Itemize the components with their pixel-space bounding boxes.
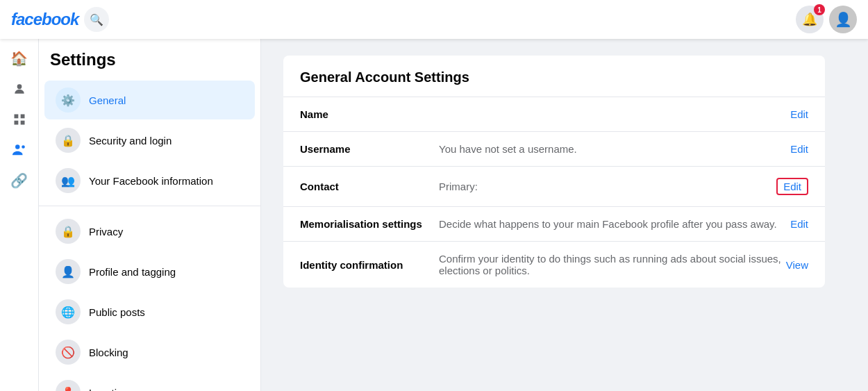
bell-icon: 🔔 — [802, 12, 817, 27]
svg-rect-2 — [20, 115, 24, 119]
memorialisation-label: Memorialisation settings — [300, 218, 439, 230]
svg-rect-1 — [14, 115, 18, 119]
identity-label: Identity confirmation — [300, 259, 439, 271]
svg-rect-4 — [20, 121, 24, 125]
notification-badge: 1 — [814, 4, 825, 15]
divider-1 — [39, 206, 260, 206]
notifications-button[interactable]: 🔔 1 — [796, 6, 824, 33]
nav-item-profile-tagging[interactable]: 👤 Profile and tagging — [44, 252, 255, 291]
nav-label-profile-tagging: Profile and tagging — [89, 266, 176, 278]
topnav: facebook 🔍 🔔 1 👤 — [0, 0, 868, 39]
nav-item-location[interactable]: 📍 Location — [44, 373, 255, 391]
topnav-right: 🔔 1 👤 — [796, 6, 857, 33]
nav-item-public-posts[interactable]: 🌐 Public posts — [44, 292, 255, 331]
nav-item-privacy[interactable]: 🔒 Privacy — [44, 212, 255, 251]
nav-label-privacy: Privacy — [89, 226, 123, 238]
sidebar-icon-profile[interactable] — [6, 75, 33, 103]
user-avatar-icon: 👤 — [835, 11, 852, 28]
public-posts-icon: 🌐 — [56, 299, 81, 324]
facebook-logo[interactable]: facebook — [11, 10, 78, 29]
identity-value: Confirm your identity to do things such … — [439, 253, 786, 276]
identity-row: Identity confirmation Confirm your ident… — [283, 242, 825, 288]
memorialisation-edit-button[interactable]: Edit — [790, 218, 808, 230]
nav-label-security: Security and login — [89, 135, 172, 147]
blocking-icon: 🚫 — [56, 340, 81, 365]
contact-value: Primary: — [439, 181, 776, 192]
topnav-left: facebook 🔍 — [11, 7, 109, 32]
settings-sidebar: Settings ⚙️ General 🔒 Security and login… — [39, 39, 261, 391]
general-icon: ⚙️ — [56, 88, 81, 113]
memorialisation-row: Memorialisation settings Decide what hap… — [283, 207, 825, 242]
contact-row: Contact Primary: Edit — [283, 167, 825, 207]
svg-point-0 — [17, 84, 22, 89]
nav-label-location: Location — [89, 387, 128, 392]
svg-point-5 — [15, 144, 19, 149]
sidebar-icon-friends[interactable] — [6, 136, 33, 164]
nav-item-general[interactable]: ⚙️ General — [44, 81, 255, 119]
search-button[interactable]: 🔍 — [84, 7, 109, 32]
contact-edit-button[interactable]: Edit — [776, 178, 808, 195]
username-value: You have not set a username. — [439, 143, 790, 155]
nav-item-security[interactable]: 🔒 Security and login — [44, 121, 255, 160]
privacy-icon: 🔒 — [56, 219, 81, 244]
main-layout: 🏠 🔗 Settings ⚙️ General 🔒 Security and l… — [0, 39, 868, 391]
search-icon: 🔍 — [90, 13, 103, 26]
settings-title: Settings — [39, 50, 260, 81]
nav-label-blocking: Blocking — [89, 347, 128, 358]
name-label: Name — [300, 108, 439, 120]
nav-label-public-posts: Public posts — [89, 306, 145, 318]
security-icon: 🔒 — [56, 128, 81, 153]
sidebar-icon-link[interactable]: 🔗 — [6, 167, 33, 194]
page-title: General Account Settings — [283, 56, 825, 97]
contact-label: Contact — [300, 181, 439, 192]
nav-item-facebook-info[interactable]: 👥 Your Facebook information — [44, 161, 255, 200]
profile-tagging-icon: 👤 — [56, 259, 81, 284]
content-card: General Account Settings Name Edit Usern… — [283, 56, 825, 288]
identity-view-button[interactable]: View — [786, 259, 808, 271]
memorialisation-value: Decide what happens to your main Faceboo… — [439, 218, 790, 230]
nav-label-facebook-info: Your Facebook information — [89, 175, 213, 187]
username-row: Username You have not set a username. Ed… — [283, 132, 825, 167]
username-edit-button[interactable]: Edit — [790, 143, 808, 155]
svg-point-6 — [22, 145, 25, 149]
main-content: General Account Settings Name Edit Usern… — [261, 39, 868, 391]
sidebar-icon-home[interactable]: 🏠 — [6, 44, 33, 72]
nav-item-blocking[interactable]: 🚫 Blocking — [44, 333, 255, 372]
name-edit-button[interactable]: Edit — [790, 108, 808, 120]
location-icon: 📍 — [56, 380, 81, 391]
name-row: Name Edit — [283, 97, 825, 132]
sidebar-icon-grid[interactable] — [6, 106, 33, 133]
facebook-info-icon: 👥 — [56, 168, 81, 193]
icon-sidebar: 🏠 🔗 — [0, 39, 39, 391]
svg-rect-3 — [14, 121, 18, 125]
account-menu-button[interactable]: 👤 — [829, 6, 857, 33]
username-label: Username — [300, 143, 439, 155]
nav-label-general: General — [89, 94, 126, 106]
